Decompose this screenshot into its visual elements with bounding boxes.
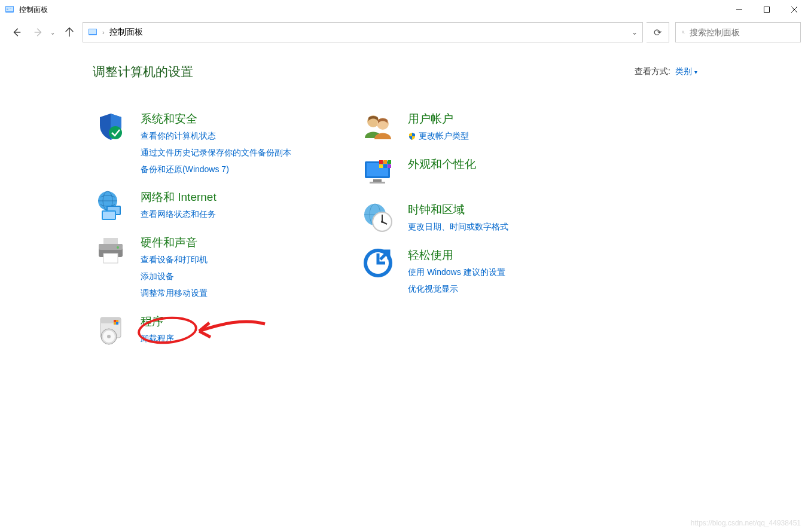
svg-rect-42 bbox=[370, 182, 385, 184]
category-title[interactable]: 系统和安全 bbox=[141, 111, 291, 127]
category-link[interactable]: 查看你的计算机状态 bbox=[141, 129, 291, 143]
category-title[interactable]: 外观和个性化 bbox=[408, 157, 476, 172]
svg-rect-23 bbox=[103, 212, 115, 219]
svg-point-33 bbox=[107, 335, 111, 338]
category-column-right: 用户帐户 更改帐户类型 外观和个性化 时钟和区域 更改日期、时间或数字格式 bbox=[360, 110, 508, 346]
category-title[interactable]: 时钟和区域 bbox=[408, 202, 508, 218]
category-title[interactable]: 轻松使用 bbox=[408, 247, 505, 263]
ease-of-access-icon bbox=[360, 246, 396, 280]
shield-icon bbox=[93, 110, 129, 143]
category-link[interactable]: 使用 Windows 建议的设置 bbox=[408, 265, 505, 280]
svg-rect-43 bbox=[379, 160, 383, 164]
svg-rect-26 bbox=[99, 244, 123, 250]
forward-button[interactable] bbox=[29, 23, 48, 42]
programs-icon bbox=[93, 313, 129, 346]
category-column-left: 系统和安全 查看你的计算机状态 通过文件历史记录保存你的文件备份副本 备份和还原… bbox=[93, 110, 291, 346]
window-controls bbox=[725, 0, 808, 19]
view-label: 查看方式: bbox=[635, 66, 670, 77]
svg-rect-48 bbox=[388, 164, 391, 168]
category-title[interactable]: 用户帐户 bbox=[408, 111, 469, 127]
recent-locations-dropdown[interactable]: ⌄ bbox=[50, 29, 55, 36]
refresh-button[interactable]: ⟳ bbox=[647, 22, 669, 42]
clock-icon bbox=[360, 201, 396, 234]
svg-line-15 bbox=[684, 33, 684, 33]
search-input[interactable] bbox=[690, 27, 794, 37]
breadcrumb-separator: › bbox=[102, 29, 105, 36]
svg-rect-4 bbox=[10, 8, 11, 8]
address-dropdown-icon[interactable]: ⌄ bbox=[632, 28, 638, 36]
svg-rect-47 bbox=[383, 164, 387, 168]
users-icon bbox=[360, 110, 396, 143]
category-link[interactable]: 调整常用移动设置 bbox=[141, 286, 208, 301]
watermark: https://blog.csdn.net/qq_44938451 bbox=[691, 519, 801, 527]
category-link[interactable]: 通过文件历史记录保存你的文件备份副本 bbox=[141, 146, 291, 160]
category-title[interactable]: 硬件和声音 bbox=[141, 235, 208, 250]
page-title: 调整计算机的设置 bbox=[93, 63, 193, 80]
printer-icon bbox=[93, 234, 129, 267]
svg-rect-27 bbox=[103, 253, 118, 263]
maximize-button[interactable] bbox=[753, 0, 780, 19]
control-panel-icon bbox=[88, 27, 97, 37]
svg-point-28 bbox=[117, 246, 119, 249]
search-box[interactable] bbox=[675, 22, 801, 42]
category-link[interactable]: 更改日期、时间或数字格式 bbox=[408, 220, 508, 234]
svg-rect-36 bbox=[116, 322, 118, 325]
minimize-button[interactable] bbox=[725, 0, 753, 19]
category-ease-of-access: 轻松使用 使用 Windows 建议的设置 优化视觉显示 bbox=[360, 246, 508, 296]
category-title[interactable]: 程序 bbox=[141, 314, 174, 329]
category-hardware: 硬件和声音 查看设备和打印机 添加设备 调整常用移动设置 bbox=[93, 234, 291, 300]
svg-rect-6 bbox=[764, 7, 770, 13]
svg-point-14 bbox=[682, 31, 684, 33]
category-link[interactable]: 更改帐户类型 bbox=[408, 129, 469, 143]
uac-shield-icon bbox=[408, 132, 416, 140]
category-title[interactable]: 网络和 Internet bbox=[141, 189, 217, 205]
control-panel-icon bbox=[5, 5, 14, 14]
svg-point-16 bbox=[109, 126, 122, 139]
search-icon bbox=[682, 28, 685, 36]
svg-rect-44 bbox=[383, 160, 387, 164]
address-bar[interactable]: › 控制面板 ⌄ bbox=[83, 22, 643, 42]
svg-point-56 bbox=[381, 221, 383, 223]
category-link[interactable]: 查看设备和打印机 bbox=[141, 253, 208, 267]
breadcrumb-item[interactable]: 控制面板 bbox=[109, 27, 143, 38]
svg-rect-46 bbox=[379, 164, 383, 168]
content-area: 调整计算机的设置 查看方式: 类别 ▾ 系统和安全 查看你的计算机状态 通过文件… bbox=[0, 45, 808, 346]
svg-rect-13 bbox=[89, 29, 96, 34]
monitor-icon bbox=[360, 155, 396, 189]
category-link[interactable]: 优化视觉显示 bbox=[408, 282, 505, 296]
window-title: 控制面板 bbox=[19, 5, 48, 15]
svg-rect-45 bbox=[388, 160, 391, 164]
up-button[interactable] bbox=[60, 23, 79, 42]
view-mode-dropdown[interactable]: 类别 ▾ bbox=[675, 66, 697, 77]
category-link[interactable]: 查看网络状态和任务 bbox=[141, 207, 217, 222]
category-link[interactable]: 卸载程序 bbox=[141, 332, 174, 346]
category-network: 网络和 Internet 查看网络状态和任务 bbox=[93, 188, 291, 222]
svg-rect-35 bbox=[114, 320, 116, 322]
view-mode: 查看方式: 类别 ▾ bbox=[635, 66, 697, 77]
category-clock-region: 时钟和区域 更改日期、时间或数字格式 bbox=[360, 201, 508, 234]
category-programs: 程序 卸载程序 bbox=[93, 313, 291, 346]
category-link[interactable]: 添加设备 bbox=[141, 270, 208, 284]
svg-rect-2 bbox=[7, 8, 8, 8]
toolbar: ⌄ › 控制面板 ⌄ ⟳ bbox=[0, 19, 808, 45]
category-user-accounts: 用户帐户 更改帐户类型 bbox=[360, 110, 508, 143]
svg-rect-3 bbox=[7, 9, 8, 10]
category-appearance: 外观和个性化 bbox=[360, 155, 508, 189]
svg-rect-41 bbox=[373, 179, 382, 182]
titlebar: 控制面板 bbox=[0, 0, 808, 19]
close-button[interactable] bbox=[780, 0, 808, 19]
back-button[interactable] bbox=[7, 23, 26, 42]
category-system-security: 系统和安全 查看你的计算机状态 通过文件历史记录保存你的文件备份副本 备份和还原… bbox=[93, 110, 291, 176]
chevron-down-icon: ▾ bbox=[694, 69, 697, 75]
globe-icon bbox=[93, 188, 129, 222]
category-link[interactable]: 备份和还原(Windows 7) bbox=[141, 163, 291, 177]
